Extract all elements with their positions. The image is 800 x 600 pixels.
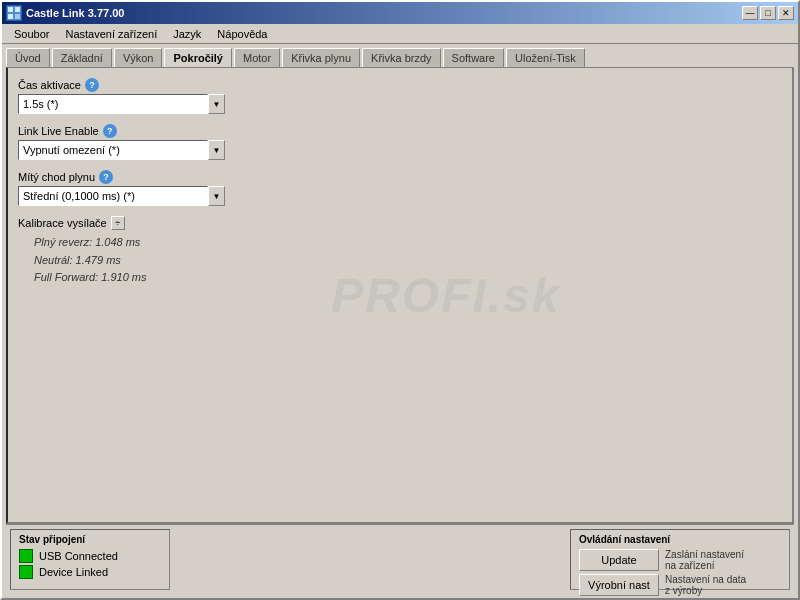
kalibrace-sub-info: Plný reverz: 1.048 ms Neutrál: 1.479 ms …	[18, 234, 782, 287]
tab-krivka-brzdy[interactable]: Křivka brzdy	[362, 48, 441, 67]
kalibrace-expand-btn[interactable]: ÷	[111, 216, 125, 230]
link-live-select-wrapper: Vypnutí omezení (*) ▼	[18, 140, 782, 160]
window-title: Castle Link 3.77.00	[26, 7, 124, 19]
cas-aktivace-label: Čas aktivace ?	[18, 78, 782, 92]
link-live-help-icon[interactable]: ?	[103, 124, 117, 138]
link-live-dropdown-btn[interactable]: ▼	[208, 140, 225, 160]
usb-connected-led	[19, 549, 33, 563]
cas-aktivace-label-text: Čas aktivace	[18, 79, 81, 91]
menu-nastaveni[interactable]: Nastavení zařízení	[57, 26, 165, 42]
link-live-label-text: Link Live Enable	[18, 125, 99, 137]
form-group-mity-chod: Mítý chod plynu ? Střední (0,1000 ms) (*…	[18, 170, 782, 206]
cas-aktivace-value[interactable]: 1.5s (*)	[18, 94, 208, 114]
close-button[interactable]: ✕	[778, 6, 794, 20]
menu-soubor[interactable]: Soubor	[6, 26, 57, 42]
title-bar-left: Castle Link 3.77.00	[6, 5, 124, 21]
tab-software[interactable]: Software	[443, 48, 504, 67]
menu-napoveda[interactable]: Nápověda	[209, 26, 275, 42]
cas-aktivace-select-wrapper: 1.5s (*) ▼	[18, 94, 782, 114]
mity-chod-dropdown-btn[interactable]: ▼	[208, 186, 225, 206]
menu-jazyk[interactable]: Jazyk	[165, 26, 209, 42]
kalibrace-header: Kalibrace vysílače ÷	[18, 216, 782, 230]
mity-chod-label-text: Mítý chod plynu	[18, 171, 95, 183]
ovladani-nastaveni-title: Ovládání nastavení	[579, 534, 781, 545]
cas-aktivace-help-icon[interactable]: ?	[85, 78, 99, 92]
vyrobni-row: Výrobní nast Nastavení na data z výroby	[579, 574, 781, 596]
kalibrace-label-text: Kalibrace vysílače	[18, 217, 107, 229]
menu-bar: Soubor Nastavení zařízení Jazyk Nápověda	[2, 24, 798, 44]
tab-uvod[interactable]: Úvod	[6, 48, 50, 67]
main-window: Castle Link 3.77.00 — □ ✕ Soubor Nastave…	[0, 0, 800, 600]
tab-krivka-plynu[interactable]: Křivka plynu	[282, 48, 360, 67]
content-area: PROFI.sk Čas aktivace ? 1.5s (*) ▼ Link …	[6, 67, 794, 524]
tabs-bar: Úvod Základní Výkon Pokročilý Motor Křiv…	[2, 44, 798, 67]
tab-pokrocily[interactable]: Pokročilý	[164, 48, 232, 67]
kalibrace-neutral: Neutrál: 1.479 ms	[34, 252, 782, 270]
update-button[interactable]: Update	[579, 549, 659, 571]
mity-chod-select-wrapper: Střední (0,1000 ms) (*) ▼	[18, 186, 782, 206]
svg-rect-2	[8, 14, 13, 19]
update-desc: Zaslání nastavení na zařízení	[665, 549, 744, 571]
status-bar: Stav připojení USB Connected Device Link…	[6, 524, 794, 594]
title-buttons: — □ ✕	[742, 6, 794, 20]
ovladani-nastaveni-panel: Ovládání nastavení Update Zaslání nastav…	[570, 529, 790, 590]
tab-ulozeni-tisk[interactable]: Uložení-Tisk	[506, 48, 585, 67]
update-row: Update Zaslání nastavení na zařízení	[579, 549, 781, 571]
form-group-cas-aktivace: Čas aktivace ? 1.5s (*) ▼	[18, 78, 782, 114]
maximize-button[interactable]: □	[760, 6, 776, 20]
usb-connected-label: USB Connected	[39, 550, 118, 562]
usb-connected-item: USB Connected	[19, 549, 161, 563]
vyrobni-desc: Nastavení na data z výroby	[665, 574, 746, 596]
link-live-label: Link Live Enable ?	[18, 124, 782, 138]
cas-aktivace-dropdown-btn[interactable]: ▼	[208, 94, 225, 114]
tab-zakladni[interactable]: Základní	[52, 48, 112, 67]
stav-pripojeni-panel: Stav připojení USB Connected Device Link…	[10, 529, 170, 590]
app-icon	[6, 5, 22, 21]
vyrobni-nast-button[interactable]: Výrobní nast	[579, 574, 659, 596]
stav-pripojeni-title: Stav připojení	[19, 534, 161, 545]
device-linked-item: Device Linked	[19, 565, 161, 579]
tab-vykon[interactable]: Výkon	[114, 48, 163, 67]
svg-rect-0	[8, 7, 13, 12]
minimize-button[interactable]: —	[742, 6, 758, 20]
mity-chod-value[interactable]: Střední (0,1000 ms) (*)	[18, 186, 208, 206]
tab-motor[interactable]: Motor	[234, 48, 280, 67]
svg-rect-3	[15, 14, 20, 19]
kalibrace-plny-reverz: Plný reverz: 1.048 ms	[34, 234, 782, 252]
svg-rect-1	[15, 7, 20, 12]
form-group-kalibrace: Kalibrace vysílače ÷ Plný reverz: 1.048 …	[18, 216, 782, 287]
mity-chod-help-icon[interactable]: ?	[99, 170, 113, 184]
device-linked-led	[19, 565, 33, 579]
mity-chod-label: Mítý chod plynu ?	[18, 170, 782, 184]
kalibrace-full-forward: Full Forward: 1.910 ms	[34, 269, 782, 287]
device-linked-label: Device Linked	[39, 566, 108, 578]
link-live-value[interactable]: Vypnutí omezení (*)	[18, 140, 208, 160]
title-bar: Castle Link 3.77.00 — □ ✕	[2, 2, 798, 24]
form-group-link-live: Link Live Enable ? Vypnutí omezení (*) ▼	[18, 124, 782, 160]
